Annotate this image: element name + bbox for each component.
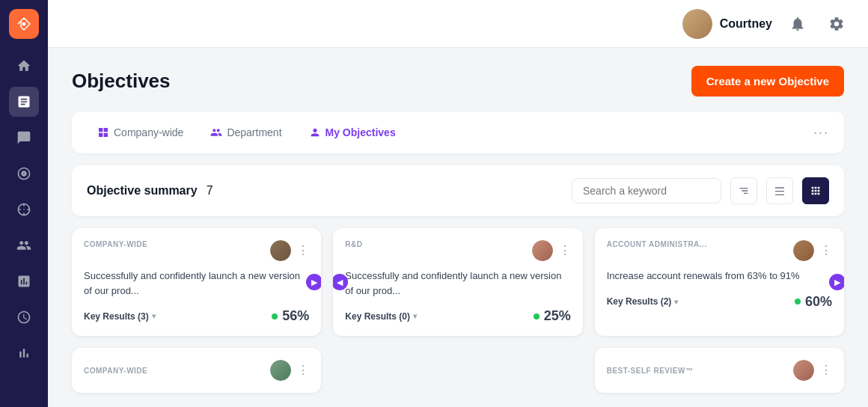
sidebar-item-reports[interactable] [9,266,39,296]
objective-card-6: BEST-SELF REVIEW™ ⋮ [595,348,844,393]
card-header-right-1: ⋮ [270,240,309,261]
card-menu-1[interactable]: ⋮ [297,245,309,257]
card-header-right-2: ⋮ [532,240,571,261]
empty-card-5 [333,348,582,393]
sidebar-item-target[interactable] [9,195,39,224]
right-arrow-icon[interactable]: ▶ [306,274,321,290]
sidebar-item-chat[interactable] [9,123,39,153]
avatar [682,9,712,39]
cards-grid: COMPANY-WIDE ⋮ Successfully and confiden… [72,228,844,336]
sidebar-item-goals[interactable] [9,159,39,189]
sidebar-item-home[interactable] [9,51,39,81]
key-results-1[interactable]: Key Results (3) ▾ [84,311,156,322]
objective-card-2: R&D ⋮ Successfully and confidently launc… [333,228,582,336]
progress-dot-1 [272,313,278,319]
svg-point-0 [22,22,26,26]
chevron-down-icon-3: ▾ [674,298,678,306]
card-menu-2[interactable]: ⋮ [559,245,571,257]
card-title-3: Increase account renewals from 63% to 91… [607,269,832,284]
card-header-4: COMPANY-WIDE ⋮ [84,360,309,381]
logo[interactable] [9,9,39,39]
card-title-1: Successfully and confidently launch a ne… [84,269,309,298]
summary-count: 7 [207,184,213,198]
view-list-icon[interactable] [730,177,757,204]
progress-percentage-3: 60% [795,294,832,310]
card-category-1: COMPANY-WIDE [84,240,147,248]
card-menu-6[interactable]: ⋮ [820,364,832,376]
main-content: Courtney Objectives Create a new Objecti… [48,0,868,407]
card-avatar-1 [270,240,291,261]
card-header-3: ACCOUNT ADMINISTRA... ⋮ [607,240,832,261]
card-title-2: Successfully and confidently launch a ne… [345,269,570,298]
summary-title: Objective summary [87,184,198,198]
view-compact-icon[interactable] [766,177,793,204]
card-menu-3[interactable]: ⋮ [820,245,832,257]
chevron-down-icon: ▾ [152,312,156,320]
tab-company-wide[interactable]: Company-wide [87,122,194,143]
card-category-2: R&D [345,240,362,248]
cards-row2: COMPANY-WIDE ⋮ BEST-SELF REVIEW™ [72,348,844,393]
settings-gear-icon[interactable] [823,10,850,37]
search-input[interactable] [572,178,721,204]
tab-my-objectives[interactable]: My Objectives [299,122,406,143]
card-header-1: COMPANY-WIDE ⋮ [84,240,309,261]
card-header-right-6: ⋮ [793,360,832,381]
card-header-6: BEST-SELF REVIEW™ ⋮ [607,360,832,381]
sidebar-item-objectives[interactable] [9,87,39,117]
card-footer-2: Key Results (0) ▾ 25% [345,308,570,324]
right-arrow-icon-3[interactable]: ▶ [829,274,844,290]
chevron-down-icon-2: ▾ [413,312,417,320]
card-category-3: ACCOUNT ADMINISTRA... [607,240,707,248]
card-category-4: COMPANY-WIDE [84,367,147,375]
progress-dot-2 [534,313,540,319]
card-header-2: R&D ⋮ [345,240,570,261]
objective-card-4: COMPANY-WIDE ⋮ [72,348,321,393]
card-avatar-2 [532,240,553,261]
page-header: Objectives Create a new Objective [72,66,844,97]
create-objective-button[interactable]: Create a new Objective [691,66,844,97]
card-footer-3: Key Results (2) ▾ 60% [607,294,832,310]
objective-card-1: COMPANY-WIDE ⋮ Successfully and confiden… [72,228,321,336]
sidebar-item-people[interactable] [9,230,39,260]
card-category-6: BEST-SELF REVIEW™ [607,367,694,375]
key-results-2[interactable]: Key Results (0) ▾ [345,311,417,322]
progress-dot-3 [795,299,801,305]
card-avatar-6 [793,360,814,381]
tabs-more-button[interactable]: ··· [813,125,829,141]
card-header-right-3: ⋮ [793,240,832,261]
tab-department[interactable]: Department [200,122,292,143]
view-grid-icon[interactable] [802,177,829,204]
card-header-right-4: ⋮ [270,360,309,381]
progress-percentage-1: 56% [272,308,309,324]
sidebar [0,0,48,407]
page-content: Objectives Create a new Objective Compan… [48,48,868,407]
card-avatar-3 [793,240,814,261]
card-avatar-4 [270,360,291,381]
sidebar-item-clock[interactable] [9,302,39,332]
summary-bar: Objective summary 7 [72,165,844,216]
key-results-3[interactable]: Key Results (2) ▾ [607,296,679,307]
username: Courtney [720,17,772,31]
tabs-container: Company-wide Department My Objectives ··… [72,111,844,153]
page-title: Objectives [72,70,171,93]
notification-bell-icon[interactable] [784,10,811,37]
progress-percentage-2: 25% [534,308,571,324]
user-profile[interactable]: Courtney [682,9,772,39]
card-menu-4[interactable]: ⋮ [297,364,309,376]
card-footer-1: Key Results (3) ▾ 56% [84,308,309,324]
sidebar-item-analytics[interactable] [9,338,39,368]
objective-card-3: ACCOUNT ADMINISTRA... ⋮ Increase account… [595,228,844,336]
header: Courtney [48,0,868,48]
